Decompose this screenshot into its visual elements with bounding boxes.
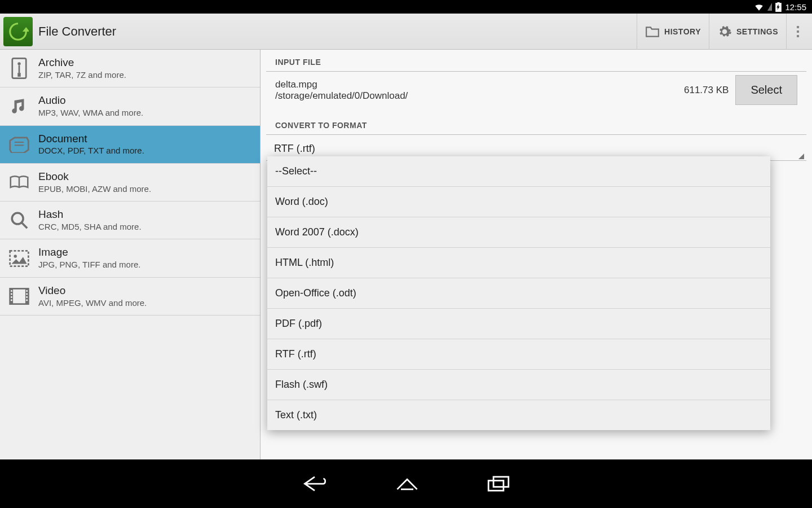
status-clock: 12:55	[785, 2, 806, 12]
format-spinner-value: RTF (.rtf)	[274, 143, 315, 154]
input-file-size: 611.73 KB	[684, 85, 729, 96]
sidebar-item-image[interactable]: ImageJPG, PNG, TIFF and more.	[0, 239, 260, 277]
sidebar-item-sub: ZIP, TAR, 7Z and more.	[38, 69, 126, 81]
sidebar-item-hash[interactable]: HashCRC, MD5, SHA and more.	[0, 202, 260, 239]
sidebar-item-document[interactable]: DocumentDOCX, PDF, TXT and more.	[0, 126, 260, 164]
svg-rect-24	[488, 480, 504, 491]
android-nav-bar	[0, 459, 812, 508]
svg-rect-1	[778, 2, 780, 3]
sidebar-item-title: Video	[38, 284, 147, 297]
input-file-row: delta.mpg /storage/emulated/0/Download/ …	[266, 72, 806, 113]
dropdown-option[interactable]: HTML (.html)	[267, 248, 770, 278]
sidebar-item-archive[interactable]: ArchiveZIP, TAR, 7Z and more.	[0, 50, 260, 87]
svg-rect-16	[11, 290, 12, 292]
sidebar-item-title: Ebook	[38, 170, 151, 183]
recent-apps-button[interactable]	[487, 475, 510, 492]
sidebar-item-ebook[interactable]: EbookEPUB, MOBI, AZW and more.	[0, 164, 260, 202]
settings-button[interactable]: SETTINGS	[709, 14, 786, 50]
app-logo-icon	[3, 17, 33, 46]
sidebar-item-title: Audio	[38, 94, 143, 107]
input-file-name: delta.mpg	[275, 79, 684, 90]
dropdown-option[interactable]: RTF (.rtf)	[267, 339, 770, 370]
sidebar-item-title: Image	[38, 246, 140, 259]
history-label: HISTORY	[664, 27, 701, 36]
svg-rect-20	[26, 290, 28, 292]
svg-point-9	[12, 213, 23, 225]
svg-rect-21	[26, 293, 28, 295]
wifi-icon	[754, 3, 764, 11]
sidebar-item-sub: EPUB, MOBI, AZW and more.	[38, 183, 151, 195]
folder-icon	[645, 25, 660, 38]
app-title: File Converter	[38, 24, 637, 39]
book-icon	[9, 174, 29, 190]
convert-format-label: CONVERT TO FORMAT	[266, 113, 806, 134]
overflow-menu-button[interactable]	[786, 14, 809, 50]
sidebar-item-title: Document	[38, 133, 144, 146]
dropdown-option[interactable]: Word (.doc)	[267, 187, 770, 217]
film-icon	[9, 288, 29, 305]
dropdown-option[interactable]: PDF (.pdf)	[267, 309, 770, 339]
format-dropdown[interactable]: --Select-- Word (.doc) Word 2007 (.docx)…	[267, 156, 770, 430]
dropdown-option[interactable]: Open-Office (.odt)	[267, 278, 770, 309]
input-file-path: /storage/emulated/0/Download/	[275, 90, 684, 102]
sidebar-item-sub: AVI, MPEG, WMV and more.	[38, 297, 147, 309]
sidebar-item-sub: CRC, MD5, SHA and more.	[38, 221, 142, 233]
svg-point-12	[14, 255, 16, 257]
svg-rect-23	[26, 299, 28, 301]
gear-icon	[717, 24, 732, 39]
svg-point-3	[17, 62, 20, 65]
app-bar: File Converter HISTORY SETTINGS	[0, 14, 812, 50]
back-button[interactable]	[302, 474, 327, 493]
svg-rect-19	[11, 299, 12, 301]
select-file-button[interactable]: Select	[735, 75, 797, 105]
android-status-bar: 12:55	[0, 0, 812, 14]
sidebar-item-title: Archive	[38, 56, 126, 69]
svg-line-10	[21, 223, 27, 229]
cell-signal-icon	[767, 3, 772, 11]
sidebar-item-audio[interactable]: AudioMP3, WAV, WMA and more.	[0, 87, 260, 125]
dropdown-option[interactable]: Flash (.swf)	[267, 370, 770, 400]
divider	[266, 134, 806, 135]
input-file-label: INPUT FILE	[266, 50, 806, 71]
image-icon	[9, 250, 29, 267]
dropdown-option[interactable]: --Select--	[267, 156, 770, 187]
category-sidebar: ArchiveZIP, TAR, 7Z and more. AudioMP3, …	[0, 50, 261, 459]
document-icon	[8, 136, 30, 153]
svg-rect-5	[17, 73, 20, 77]
sidebar-item-sub: JPG, PNG, TIFF and more.	[38, 259, 140, 270]
home-button[interactable]	[395, 475, 420, 492]
history-button[interactable]: HISTORY	[637, 14, 709, 50]
svg-rect-25	[493, 477, 509, 487]
svg-rect-18	[11, 296, 12, 298]
sidebar-item-sub: DOCX, PDF, TXT and more.	[38, 145, 144, 156]
battery-charging-icon	[775, 2, 782, 12]
sidebar-item-video[interactable]: VideoAVI, MPEG, WMV and more.	[0, 278, 260, 316]
archive-icon	[10, 58, 29, 79]
sidebar-item-title: Hash	[38, 208, 142, 221]
sidebar-item-sub: MP3, WAV, WMA and more.	[38, 107, 143, 119]
svg-rect-17	[11, 293, 12, 295]
settings-label: SETTINGS	[736, 27, 778, 36]
magnifier-icon	[10, 211, 29, 230]
dropdown-option[interactable]: Text (.txt)	[267, 400, 770, 430]
music-note-icon	[10, 97, 29, 116]
dropdown-option[interactable]: Word 2007 (.docx)	[267, 217, 770, 248]
svg-rect-22	[26, 296, 28, 298]
spinner-caret-icon	[798, 154, 804, 159]
